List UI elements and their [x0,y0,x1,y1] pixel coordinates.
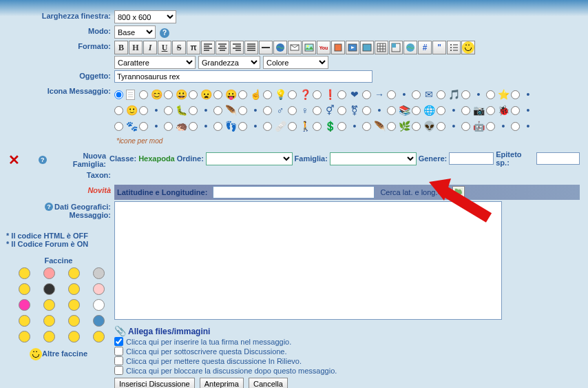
msg-icon-radio[interactable] [387,90,396,99]
chk-sticky[interactable] [114,356,123,365]
msg-icon-radio[interactable] [313,90,322,99]
faccina-icon[interactable] [68,315,80,327]
faccina-icon[interactable] [43,267,55,279]
audio-button[interactable] [360,41,374,54]
select-color[interactable]: Colore [263,56,328,69]
hash-button[interactable]: # [418,41,432,54]
msg-icon-radio[interactable] [213,122,222,131]
msg-icon-radio[interactable] [337,106,346,115]
msg-icon-radio[interactable] [486,122,495,131]
faccina-icon[interactable] [43,299,55,311]
select-ordine[interactable] [206,152,293,165]
altre-faccine-link[interactable]: Altre faccine [42,349,87,358]
msg-icon-radio[interactable] [263,90,272,99]
smiley-button[interactable] [461,41,475,54]
help-icon[interactable]: ? [39,156,47,164]
select-font[interactable]: Carattere [114,56,196,69]
faccina-icon[interactable] [68,299,80,311]
attachment-icon[interactable]: 📎 [114,325,126,336]
msg-icon-radio[interactable] [238,106,247,115]
email-button[interactable] [288,41,302,54]
video-button[interactable] [346,41,359,54]
faccina-icon[interactable] [43,331,55,343]
chk-signature[interactable] [114,337,123,346]
msg-icon-radio[interactable] [437,122,445,131]
faccina-icon[interactable] [93,283,105,295]
msg-icon-radio[interactable] [213,106,222,115]
align-right-button[interactable] [230,41,244,54]
image-button[interactable] [302,41,316,54]
msg-icon-radio[interactable] [189,90,198,99]
msg-icon-radio[interactable] [114,122,123,131]
msg-icon-radio[interactable] [238,122,247,131]
msg-icon-radio[interactable] [437,90,445,99]
msg-icon-radio[interactable] [114,90,123,99]
select-window-size[interactable]: 800 x 600 [114,10,176,23]
msg-icon-radio[interactable] [139,122,148,131]
msg-icon-radio[interactable] [313,106,322,115]
align-center-button[interactable] [216,41,229,54]
pi-button[interactable]: π [187,41,200,54]
input-genere[interactable] [449,152,494,165]
msg-icon-radio[interactable] [437,106,445,115]
faccina-icon[interactable] [68,267,80,279]
underline-button[interactable]: U [158,41,171,54]
msg-icon-radio[interactable] [461,122,470,131]
msg-icon-radio[interactable] [213,90,222,99]
table-button[interactable] [375,41,388,54]
list-button[interactable] [447,41,461,54]
cancel-button[interactable]: Cancella [249,378,288,388]
msg-icon-radio[interactable] [511,90,520,99]
msg-icon-radio[interactable] [288,122,297,131]
attach-title[interactable]: Allega files/immagini [128,327,210,336]
msg-icon-radio[interactable] [486,90,495,99]
bold-button[interactable]: B [114,41,128,54]
faccina-icon[interactable] [93,331,105,343]
link-button[interactable] [273,41,287,54]
italic-button[interactable]: I [143,41,157,54]
msg-icon-radio[interactable] [288,106,297,115]
insert-button[interactable]: Inserisci Discussione [114,378,195,388]
hr-button[interactable] [259,41,273,54]
faccina-icon[interactable] [68,283,80,295]
help-icon[interactable]: ? [160,28,169,38]
msg-icon-radio[interactable] [362,106,371,115]
faccina-icon[interactable] [93,315,105,327]
input-latlon[interactable] [213,186,375,198]
faccina-icon[interactable] [19,315,30,327]
strike-button[interactable]: S [172,41,186,54]
select-famiglia[interactable] [330,152,417,165]
chk-subscribe[interactable] [114,347,123,356]
msg-icon-radio[interactable] [461,90,470,99]
msg-icon-radio[interactable] [263,106,272,115]
quote-button[interactable]: " [432,41,446,54]
smiley-icon[interactable] [30,348,42,360]
msg-icon-radio[interactable] [461,106,470,115]
msg-icon-radio[interactable] [313,122,322,131]
subject-input[interactable] [114,70,372,83]
youtube-button[interactable]: You [317,41,330,54]
help-icon[interactable]: ? [45,203,53,211]
cell-button[interactable] [389,41,403,54]
msg-icon-radio[interactable] [362,90,371,99]
msg-icon-radio[interactable] [362,122,371,131]
msg-icon-radio[interactable] [511,106,520,115]
msg-icon-radio[interactable] [288,90,297,99]
msg-icon-radio[interactable] [139,106,148,115]
msg-icon-radio[interactable] [387,106,396,115]
message-textarea[interactable] [114,201,502,320]
msg-icon-radio[interactable] [263,122,272,131]
faccina-icon[interactable] [19,283,30,295]
msg-icon-radio[interactable] [412,122,421,131]
chk-lock[interactable] [114,366,123,375]
faccina-icon[interactable] [19,299,30,311]
msg-icon-radio[interactable] [164,122,173,131]
align-left-button[interactable] [201,41,215,54]
faccina-icon[interactable] [68,331,80,343]
faccina-icon[interactable] [19,267,30,279]
select-size[interactable]: Grandezza [198,56,260,69]
msg-icon-radio[interactable] [189,122,198,131]
faccina-icon[interactable] [93,299,105,311]
close-icon[interactable]: ✕ [8,152,20,168]
msg-icon-radio[interactable] [337,122,346,131]
